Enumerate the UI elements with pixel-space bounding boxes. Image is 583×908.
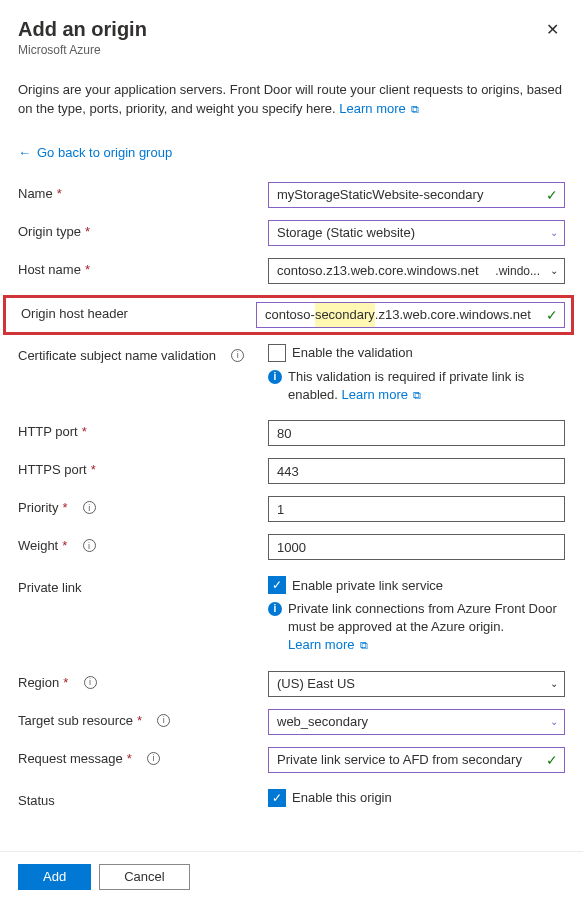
target-sub-select[interactable]: web_secondary⌄ bbox=[268, 709, 565, 735]
https-port-input[interactable] bbox=[268, 458, 565, 484]
enable-validation-checkbox[interactable] bbox=[268, 344, 286, 362]
origin-type-label: Origin type bbox=[18, 224, 81, 239]
origin-host-header-highlight: Origin host header contoso-secondary.z13… bbox=[3, 295, 574, 335]
region-label: Region bbox=[18, 675, 59, 690]
enable-origin-label: Enable this origin bbox=[292, 790, 392, 805]
weight-label: Weight bbox=[18, 538, 58, 553]
private-link-helper-text: Private link connections from Azure Fron… bbox=[288, 601, 557, 634]
info-icon[interactable]: i bbox=[83, 501, 96, 514]
private-link-label: Private link bbox=[18, 580, 82, 595]
https-port-label: HTTPS port bbox=[18, 462, 87, 477]
private-link-learn-more-link[interactable]: Learn more ⧉ bbox=[288, 637, 368, 652]
origin-type-select[interactable]: Storage (Static website) ⌄ bbox=[268, 220, 565, 246]
cancel-button[interactable]: Cancel bbox=[99, 864, 189, 890]
description-text: Origins are your application servers. Fr… bbox=[18, 81, 565, 119]
weight-input[interactable] bbox=[268, 534, 565, 560]
host-name-select[interactable]: contoso.z13.web.core.windows.net .windo.… bbox=[268, 258, 565, 284]
request-msg-input[interactable]: ✓ bbox=[268, 747, 565, 773]
external-link-icon: ⧉ bbox=[410, 389, 421, 401]
arrow-left-icon: ← bbox=[18, 145, 31, 160]
http-port-label: HTTP port bbox=[18, 424, 78, 439]
http-port-input[interactable] bbox=[268, 420, 565, 446]
add-button[interactable]: Add bbox=[18, 864, 91, 890]
back-to-origin-group-link[interactable]: ← Go back to origin group bbox=[18, 145, 565, 160]
host-name-label: Host name bbox=[18, 262, 81, 277]
info-badge-icon: i bbox=[268, 370, 282, 384]
learn-more-link[interactable]: Learn more ⧉ bbox=[339, 101, 419, 116]
request-msg-label: Request message bbox=[18, 751, 123, 766]
external-link-icon: ⧉ bbox=[356, 639, 367, 651]
target-sub-label: Target sub resource bbox=[18, 713, 133, 728]
info-icon[interactable]: i bbox=[147, 752, 160, 765]
enable-origin-checkbox[interactable]: ✓ bbox=[268, 789, 286, 807]
status-label: Status bbox=[18, 793, 55, 808]
validation-learn-more-link[interactable]: Learn more ⧉ bbox=[342, 387, 422, 402]
panel-subtitle: Microsoft Azure bbox=[18, 43, 147, 57]
external-link-icon: ⧉ bbox=[408, 103, 419, 115]
panel-title: Add an origin bbox=[18, 18, 147, 41]
name-input[interactable]: ✓ bbox=[268, 182, 565, 208]
host-overlay-text: .windo... bbox=[493, 264, 542, 278]
region-select[interactable]: (US) East US⌄ bbox=[268, 671, 565, 697]
name-label: Name bbox=[18, 186, 53, 201]
info-icon[interactable]: i bbox=[83, 539, 96, 552]
info-badge-icon: i bbox=[268, 602, 282, 616]
info-icon[interactable]: i bbox=[157, 714, 170, 727]
enable-private-link-checkbox[interactable]: ✓ bbox=[268, 576, 286, 594]
info-icon[interactable]: i bbox=[84, 676, 97, 689]
origin-host-header-label: Origin host header bbox=[21, 306, 128, 321]
priority-label: Priority bbox=[18, 500, 58, 515]
close-icon[interactable]: ✕ bbox=[540, 18, 565, 41]
priority-input[interactable] bbox=[268, 496, 565, 522]
origin-host-header-input[interactable]: contoso-secondary.z13.web.core.windows.n… bbox=[256, 302, 565, 328]
info-icon[interactable]: i bbox=[231, 349, 244, 362]
cert-validation-label: Certificate subject name validation bbox=[18, 348, 216, 363]
enable-validation-label: Enable the validation bbox=[292, 345, 413, 360]
enable-private-link-label: Enable private link service bbox=[292, 578, 443, 593]
